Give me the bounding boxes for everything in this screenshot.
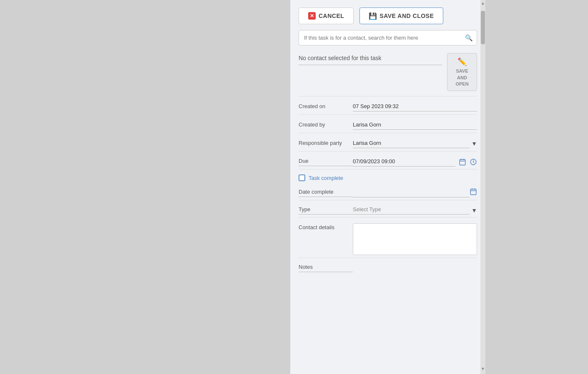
calendar-icon[interactable] (459, 158, 466, 166)
contact-section: No contact selected for this task ✏️ SAV… (299, 53, 477, 96)
responsible-party-row: Responsible party Larisa Gorn ▼ (299, 133, 477, 152)
due-value-area (353, 157, 477, 167)
contact-search-bar: 🔍 (299, 30, 477, 45)
svg-rect-5 (470, 189, 476, 195)
created-by-label: Created by (299, 121, 353, 129)
responsible-party-dropdown[interactable]: Larisa Gorn (353, 139, 470, 148)
type-select-placeholder[interactable]: Select Type (353, 206, 470, 215)
notes-row: Notes (299, 258, 477, 275)
save-and-open-icon: ✏️ (457, 57, 467, 67)
clock-icon[interactable] (470, 158, 477, 166)
created-by-row: Created by Larisa Gorn (299, 115, 477, 133)
cancel-button[interactable]: ✕ CANCEL (299, 8, 354, 24)
created-on-label: Created on (299, 102, 353, 110)
due-label: Due (299, 158, 353, 166)
contact-details-row: Contact details (299, 217, 477, 258)
save-and-open-label: SAVEANDOPEN (455, 68, 468, 87)
contact-details-textarea[interactable] (353, 223, 477, 255)
save-icon: 💾 (369, 12, 377, 20)
scroll-up-arrow[interactable]: ▲ (481, 0, 485, 7)
task-complete-checkbox[interactable] (299, 174, 305, 181)
contact-search-input[interactable] (299, 30, 477, 45)
save-close-button[interactable]: 💾 SAVE AND CLOSE (359, 8, 443, 24)
date-complete-calendar-icon[interactable] (470, 188, 477, 197)
svg-rect-0 (460, 159, 465, 165)
type-label: Type (299, 206, 353, 215)
cancel-icon: ✕ (308, 12, 316, 20)
task-complete-label: Task complete (309, 175, 343, 181)
created-on-row: Created on 07 Sep 2023 09:32 (299, 96, 477, 115)
cancel-label: CANCEL (319, 13, 344, 19)
task-complete-row: Task complete (299, 169, 477, 184)
date-complete-label: Date complete (299, 189, 353, 197)
toolbar: ✕ CANCEL 💾 SAVE AND CLOSE (290, 0, 485, 30)
save-close-label: SAVE AND CLOSE (379, 13, 434, 19)
created-on-value: 07 Sep 2023 09:32 (353, 102, 477, 111)
date-complete-input[interactable] (353, 188, 470, 197)
type-row: Type Select Type ▼ (299, 200, 477, 217)
responsible-party-label: Responsible party (299, 139, 353, 147)
contact-details-label: Contact details (299, 223, 353, 230)
scrollbar-thumb[interactable] (481, 11, 485, 44)
created-by-value: Larisa Gorn (353, 121, 477, 130)
responsible-party-chevron-icon: ▼ (471, 140, 477, 147)
save-and-open-button[interactable]: ✏️ SAVEANDOPEN (447, 53, 477, 91)
no-contact-text: No contact selected for this task (299, 53, 442, 65)
form-body: Created on 07 Sep 2023 09:32 Created by … (290, 96, 485, 374)
task-panel: ✕ CANCEL 💾 SAVE AND CLOSE 🔍 No contact s… (290, 0, 486, 374)
notes-label: Notes (299, 264, 353, 272)
scrollbar[interactable]: ▲ ▼ (480, 0, 485, 374)
scroll-down-arrow[interactable]: ▼ (481, 366, 485, 372)
date-complete-row: Date complete (299, 184, 477, 200)
type-select-area: Select Type ▼ (353, 206, 477, 215)
type-chevron-icon: ▼ (471, 207, 477, 214)
due-date-row: Due (299, 152, 477, 169)
due-date-input[interactable] (353, 157, 455, 167)
